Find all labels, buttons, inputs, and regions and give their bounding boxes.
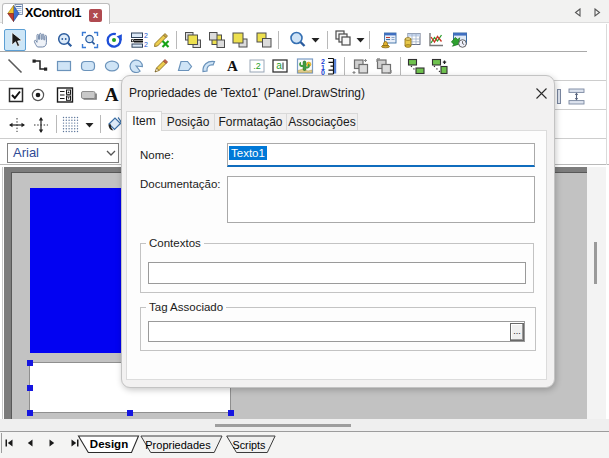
svg-text:.2: .2 bbox=[253, 61, 261, 71]
svg-text:2: 2 bbox=[144, 32, 148, 39]
svg-text:a: a bbox=[276, 60, 282, 71]
svg-text:2: 2 bbox=[144, 41, 148, 48]
